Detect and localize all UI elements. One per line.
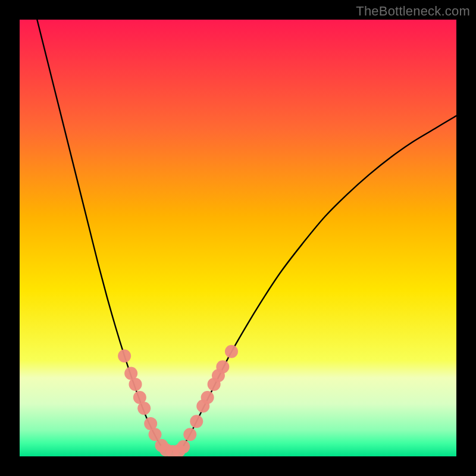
highlight-point xyxy=(216,361,229,374)
highlight-point xyxy=(183,428,196,441)
watermark-text: TheBottleneck.com xyxy=(356,4,470,19)
chart-container: TheBottleneck.com xyxy=(0,0,476,476)
highlight-point xyxy=(190,415,203,428)
highlight-point xyxy=(137,402,151,415)
highlight-point xyxy=(177,440,190,453)
highlight-point xyxy=(118,349,131,362)
highlight-point xyxy=(225,345,238,358)
chart-curves xyxy=(20,20,456,456)
highlight-point xyxy=(149,428,162,441)
plot-area xyxy=(20,20,456,456)
curve-right-curve xyxy=(181,115,456,449)
curve-left-curve xyxy=(37,20,164,449)
highlight-point xyxy=(129,378,142,391)
highlight-point xyxy=(201,391,214,404)
